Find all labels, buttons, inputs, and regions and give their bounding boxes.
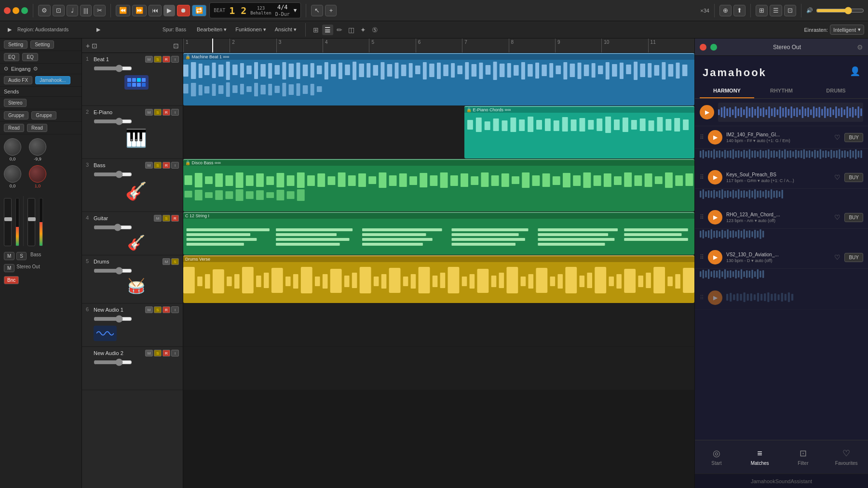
- duplicate-track-btn[interactable]: ⊡: [92, 42, 97, 50]
- bounce-btn[interactable]: ⬆: [733, 5, 746, 16]
- box-icon[interactable]: ◫: [346, 25, 357, 35]
- heart-track3[interactable]: ♡: [834, 213, 841, 221]
- vol-bass[interactable]: [94, 171, 132, 178]
- grid-icon[interactable]: ⊞: [311, 25, 321, 35]
- go-start-btn[interactable]: ⏮: [149, 5, 162, 16]
- info-audio2[interactable]: I: [171, 350, 179, 356]
- read-btn2[interactable]: Read: [27, 124, 47, 132]
- pan-knob-2[interactable]: [29, 138, 46, 156]
- setting-btn-1[interactable]: Setting: [4, 40, 27, 49]
- solo-audio2[interactable]: S: [154, 350, 162, 356]
- clip-bass[interactable]: 🔒 Disco Bass ∞∞: [183, 159, 694, 211]
- quantize-dropdown[interactable]: Intelligent ▾: [830, 25, 864, 35]
- solo-beat1[interactable]: S: [154, 56, 162, 63]
- read-btn[interactable]: Read: [4, 124, 24, 132]
- rewind-btn[interactable]: ⏪: [116, 5, 130, 16]
- heart-track2[interactable]: ♡: [834, 173, 841, 181]
- star-icon[interactable]: ✦: [358, 25, 368, 35]
- vol-epiano[interactable]: [94, 118, 132, 125]
- cursor-btn[interactable]: ↖: [311, 5, 323, 16]
- solo-drums[interactable]: S: [171, 258, 179, 265]
- ansicht-menu[interactable]: Ansicht ▾: [271, 25, 300, 34]
- marquee-btn[interactable]: +: [325, 5, 337, 16]
- minimize-btn[interactable]: [13, 7, 19, 14]
- mute-out-btn[interactable]: M: [4, 264, 14, 272]
- rec-guitar[interactable]: R: [171, 215, 179, 222]
- nav-favourites[interactable]: ♡ Favourites: [825, 444, 868, 470]
- solo-audio1[interactable]: S: [154, 306, 162, 313]
- rec-audio2[interactable]: R: [163, 350, 170, 356]
- clip-guitar[interactable]: C 12 String I: [183, 212, 694, 255]
- bnc-btn[interactable]: Bnc: [4, 276, 19, 284]
- clip-drums[interactable]: Drums Verse: [183, 255, 694, 303]
- fast-forward-btn[interactable]: ⏩: [132, 5, 147, 16]
- eq-btn-1[interactable]: EQ: [4, 53, 19, 61]
- buy-track2-btn[interactable]: BUY: [844, 173, 863, 182]
- compare-btn[interactable]: ⊕: [719, 5, 732, 16]
- vol-audio2[interactable]: [94, 358, 132, 366]
- mute-drums[interactable]: M: [163, 258, 170, 265]
- user-icon[interactable]: 👤: [850, 66, 860, 77]
- mute-bass[interactable]: M: [145, 162, 153, 169]
- buy-track4-btn[interactable]: BUY: [844, 253, 863, 262]
- play-track1-btn[interactable]: ▶: [708, 130, 722, 145]
- scissors-btn[interactable]: ✂: [94, 5, 106, 16]
- tab-harmony[interactable]: HARMONY: [700, 84, 754, 98]
- edit-icon[interactable]: ✏: [334, 25, 345, 35]
- fader-2[interactable]: [27, 198, 35, 246]
- gruppe-btn[interactable]: Gruppe: [4, 111, 28, 119]
- funktionen-menu[interactable]: Funktionen ▾: [231, 25, 270, 34]
- add-track-btn[interactable]: +: [86, 42, 90, 50]
- panel-close-btn[interactable]: [700, 44, 706, 51]
- collapse-btn[interactable]: ▶: [93, 25, 104, 34]
- grid-view-btn[interactable]: ⊞: [756, 5, 768, 16]
- play-preview-btn[interactable]: ▶: [700, 105, 714, 119]
- play-track5-btn[interactable]: ▶: [708, 290, 722, 305]
- play-track2-btn[interactable]: ▶: [708, 170, 722, 185]
- info-epiano[interactable]: I: [171, 109, 179, 116]
- mute-epiano[interactable]: M: [145, 109, 153, 116]
- mute-beat1[interactable]: M: [145, 56, 153, 63]
- info-audio1[interactable]: I: [171, 306, 179, 313]
- track-more-btn[interactable]: ⊡: [173, 42, 179, 50]
- vol-knob-2[interactable]: [29, 165, 46, 183]
- vol-drums[interactable]: [94, 267, 132, 275]
- bars-btn[interactable]: |||: [80, 5, 92, 16]
- nav-matches[interactable]: ≡ Matches: [738, 445, 782, 470]
- panel-max-btn[interactable]: [710, 44, 717, 51]
- close-btn[interactable]: [4, 7, 11, 14]
- maximize-btn[interactable]: [21, 7, 28, 14]
- loop-btn[interactable]: 🔁: [192, 5, 206, 16]
- solo-main-btn[interactable]: S: [16, 252, 27, 260]
- heart-track1[interactable]: ♡: [834, 133, 841, 141]
- tab-rhythm[interactable]: RHYTHM: [754, 84, 809, 98]
- list-icon[interactable]: ☰: [322, 25, 333, 35]
- settings-icon-btn[interactable]: ⚙: [38, 5, 51, 16]
- setting-btn-2[interactable]: Setting: [30, 40, 54, 49]
- rec-bass[interactable]: R: [163, 162, 170, 169]
- mute-main-btn[interactable]: M: [4, 252, 14, 260]
- vol-audio1[interactable]: [94, 315, 132, 323]
- rec-beat1[interactable]: R: [163, 56, 170, 63]
- info-beat1[interactable]: I: [171, 56, 179, 63]
- detail-view-btn[interactable]: ⊡: [784, 5, 796, 16]
- jamahook-btn[interactable]: Jamahook...: [35, 76, 70, 84]
- gruppe-btn2[interactable]: Gruppe: [31, 111, 56, 119]
- vol-guitar[interactable]: [94, 224, 132, 231]
- record-btn[interactable]: ⏺: [177, 5, 190, 16]
- num-icon[interactable]: ⑤: [369, 25, 380, 35]
- inspector-toggle-btn[interactable]: ▶: [4, 25, 15, 34]
- solo-bass[interactable]: S: [154, 162, 162, 169]
- tab-drums[interactable]: DRUMS: [809, 84, 863, 98]
- eq-btn-2[interactable]: EQ: [22, 53, 38, 61]
- mute-audio2[interactable]: M: [145, 350, 153, 356]
- midi-btn[interactable]: ♩: [67, 5, 78, 16]
- info-bass[interactable]: I: [171, 162, 179, 169]
- solo-epiano[interactable]: S: [154, 109, 162, 116]
- mute-guitar[interactable]: M: [154, 215, 162, 222]
- master-volume-slider[interactable]: [816, 7, 864, 14]
- fader-1[interactable]: [4, 198, 12, 246]
- play-track4-btn[interactable]: ▶: [708, 250, 722, 264]
- nav-filter[interactable]: ⊡ Filter: [782, 444, 825, 470]
- buy-track1-btn[interactable]: BUY: [844, 133, 863, 142]
